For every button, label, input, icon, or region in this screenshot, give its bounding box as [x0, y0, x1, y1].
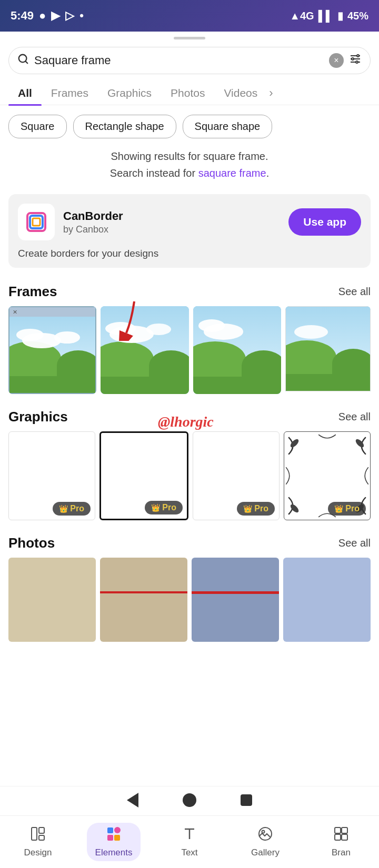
photo-item-2[interactable]: [100, 558, 187, 642]
tab-graphics[interactable]: Graphics: [98, 82, 161, 105]
correction-link[interactable]: saquare frame: [198, 167, 266, 179]
graphic-item-2[interactable]: 👑 Pro: [99, 431, 188, 520]
battery-percent: 45%: [347, 10, 368, 22]
dot-icon: •: [79, 9, 84, 23]
frame-item-2[interactable]: [101, 306, 188, 394]
brand-icon: [333, 826, 349, 845]
svg-rect-30: [342, 827, 347, 833]
clear-button[interactable]: ×: [329, 53, 344, 68]
graphics-section: Graphics See all @lhorgic 👑 Pro 👑 Pr: [0, 403, 379, 530]
frame-item-3[interactable]: [193, 306, 281, 394]
svg-rect-17: [32, 827, 37, 840]
tab-photos[interactable]: Photos: [161, 82, 214, 105]
tabs-bar: All Frames Graphics Photos Videos ›: [0, 79, 379, 105]
photo-item-4[interactable]: [283, 558, 371, 642]
svg-rect-18: [39, 827, 44, 833]
svg-rect-29: [335, 834, 341, 840]
elements-icon: [106, 826, 122, 845]
search-icon: [17, 53, 29, 68]
crown-icon-1: 👑: [59, 504, 68, 513]
tab-all[interactable]: All: [8, 82, 42, 105]
correction-notice: Showing results for square frame. Search…: [0, 144, 379, 190]
photos-title: Photos: [8, 535, 55, 551]
time: 5:49: [11, 9, 34, 23]
home-button[interactable]: [182, 793, 197, 808]
status-bar: 5:49 ● ▶ ▷ • ▲4G ▌▌ ▮ 45%: [0, 0, 379, 32]
app-promo-card: CanBorder by Canbox Use app Create borde…: [8, 194, 371, 268]
gallery-icon: [257, 826, 273, 845]
tabs-more-icon[interactable]: ›: [269, 86, 273, 100]
svg-rect-19: [39, 835, 44, 840]
crown-icon-4: 👑: [334, 504, 343, 513]
use-app-button[interactable]: Use app: [288, 208, 361, 236]
chip-square-shape[interactable]: Square shape: [183, 115, 273, 138]
frames-title: Frames: [8, 284, 57, 300]
svg-rect-23: [114, 835, 120, 841]
signal-bars-icon: ▌▌: [318, 10, 333, 22]
bottom-nav: Design Elements Text: [0, 815, 379, 868]
pro-badge-3: 👑 Pro: [237, 502, 275, 516]
svg-point-21: [114, 827, 121, 833]
recents-button[interactable]: [239, 793, 254, 808]
brand-label: Bran: [332, 847, 351, 858]
design-label: Design: [24, 847, 52, 858]
frame-item-1[interactable]: ✕: [8, 306, 96, 394]
nav-gallery[interactable]: Gallery: [227, 822, 303, 862]
app-description: Create borders for your designs: [18, 248, 361, 259]
gesture-bar: [0, 786, 379, 815]
frame-item-4[interactable]: [285, 306, 371, 394]
frames-row: ✕: [0, 304, 379, 403]
filter-icon[interactable]: [349, 53, 362, 68]
telegram-icon: ▶: [51, 9, 60, 23]
photo-item-1[interactable]: [8, 558, 96, 642]
pro-badge-2: 👑 Pro: [145, 501, 183, 514]
chip-square[interactable]: Square: [8, 115, 67, 138]
tab-frames[interactable]: Frames: [42, 82, 98, 105]
nav-design[interactable]: Design: [0, 822, 76, 862]
svg-point-15: [289, 503, 300, 514]
svg-point-14: [354, 438, 365, 449]
app-by: by Canbox: [63, 224, 123, 235]
chips-row: Square Rectangle shape Square shape: [0, 105, 379, 144]
svg-rect-28: [335, 827, 341, 833]
frames-see-all[interactable]: See all: [338, 286, 371, 298]
search-container: ×: [0, 39, 379, 79]
svg-line-1: [25, 61, 27, 63]
nav-brand[interactable]: Bran: [303, 822, 379, 862]
search-input[interactable]: [34, 54, 324, 67]
svg-rect-31: [342, 834, 347, 840]
graphics-see-all[interactable]: See all: [338, 411, 371, 423]
pro-badge-4: 👑 Pro: [328, 502, 366, 516]
svg-point-5: [357, 55, 359, 57]
svg-point-27: [262, 831, 265, 833]
graphics-title: Graphics: [8, 409, 68, 425]
svg-rect-22: [107, 835, 113, 841]
crown-icon-2: 👑: [151, 503, 160, 512]
graphic-item-1[interactable]: 👑 Pro: [8, 431, 95, 520]
chip-rectangle-shape[interactable]: Rectangle shape: [73, 115, 176, 138]
photos-row: [0, 556, 379, 651]
crown-icon-3: 👑: [243, 504, 252, 513]
design-icon: [30, 826, 46, 845]
svg-rect-20: [107, 827, 113, 833]
back-button[interactable]: [125, 793, 140, 808]
text-icon: [182, 826, 197, 845]
elements-label: Elements: [95, 847, 133, 858]
svg-point-7: [356, 61, 358, 63]
battery-icon: ▮: [337, 9, 343, 22]
svg-point-13: [289, 438, 300, 449]
app-logo: [18, 204, 55, 240]
graphic-item-3[interactable]: 👑 Pro: [193, 431, 280, 520]
whatsapp-icon: ●: [39, 9, 46, 23]
graphic-item-4[interactable]: 👑 Pro: [284, 431, 371, 520]
text-label: Text: [181, 847, 197, 858]
gallery-label: Gallery: [251, 847, 280, 858]
nav-elements[interactable]: Elements: [76, 819, 152, 865]
photos-see-all[interactable]: See all: [338, 537, 371, 549]
app-name: CanBorder: [63, 209, 123, 223]
nav-text[interactable]: Text: [152, 822, 227, 862]
tab-videos[interactable]: Videos: [214, 82, 267, 105]
play-icon: ▷: [65, 9, 74, 23]
signal-icon: ▲4G: [290, 10, 314, 22]
photo-item-3[interactable]: [192, 558, 279, 642]
